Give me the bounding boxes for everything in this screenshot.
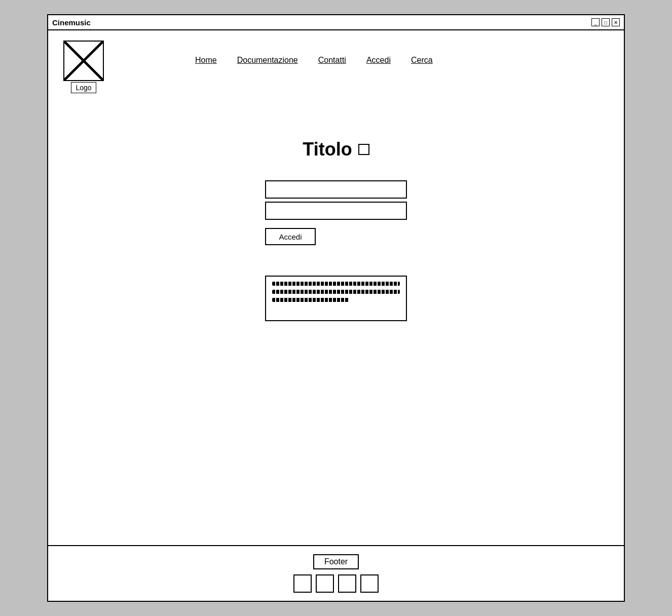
squiggle-line-1 [272, 282, 400, 286]
nav-cerca[interactable]: Cerca [411, 56, 433, 65]
footer-icon-2[interactable] [316, 574, 334, 593]
logo-area: Logo [63, 41, 104, 93]
close-button[interactable]: ✕ [612, 18, 620, 26]
navigation: Home Documentazione Contatti Accedi Cerc… [195, 41, 433, 65]
footer-icon-1[interactable] [293, 574, 312, 593]
nav-home[interactable]: Home [195, 56, 217, 65]
squiggle-line-3 [272, 298, 349, 302]
logo-image [63, 41, 104, 81]
logo-label: Logo [71, 82, 96, 93]
username-input[interactable] [265, 180, 407, 199]
footer-label: Footer [313, 554, 359, 569]
main-content: Logo Home Documentazione Contatti Accedi… [48, 30, 624, 601]
password-input[interactable] [265, 202, 407, 220]
window-controls: _ □ ✕ [591, 18, 620, 26]
header: Logo Home Documentazione Contatti Accedi… [48, 30, 624, 98]
section-title-text: Titolo [303, 139, 352, 160]
info-box [265, 276, 407, 321]
maximize-button[interactable]: □ [602, 18, 610, 26]
minimize-button[interactable]: _ [591, 18, 600, 26]
squiggle-line-2 [272, 290, 400, 294]
title-checkbox[interactable] [358, 144, 369, 155]
title-bar: Cinemusic _ □ ✕ [48, 15, 624, 30]
footer-icon-3[interactable] [338, 574, 356, 593]
page-body: Titolo Accedi [48, 98, 624, 545]
footer-area: Footer [48, 545, 624, 601]
accedi-button[interactable]: Accedi [265, 228, 316, 245]
nav-contatti[interactable]: Contatti [318, 56, 346, 65]
nav-accedi[interactable]: Accedi [366, 56, 391, 65]
form-area: Accedi [265, 180, 407, 245]
nav-documentazione[interactable]: Documentazione [237, 56, 298, 65]
window-title: Cinemusic [52, 18, 91, 27]
footer-icon-4[interactable] [360, 574, 379, 593]
app-window: Cinemusic _ □ ✕ Logo Home Documentazione… [47, 14, 625, 602]
footer-icons [293, 574, 379, 593]
section-title-area: Titolo [303, 139, 369, 160]
